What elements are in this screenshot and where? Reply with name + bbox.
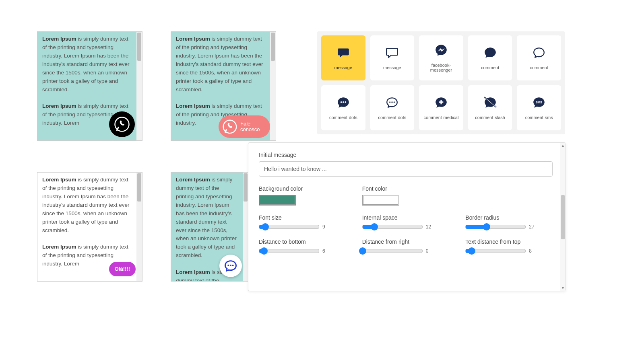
scrollbar[interactable]: ▲ ▼ <box>560 143 566 291</box>
preview-panel-3: Lorem Ipsum is simply dummy text of the … <box>37 172 142 282</box>
settings-panel: Initial message Background color Font co… <box>248 142 566 291</box>
message-outline-icon <box>385 46 399 60</box>
text-bold: Lorem Ipsum <box>42 244 76 250</box>
svg-point-3 <box>230 265 231 266</box>
text: is simply dummy text of the printing and… <box>42 177 129 233</box>
slider-value: 27 <box>529 224 536 230</box>
icon-option-comment-dots-outline[interactable]: comment-dots <box>370 85 415 130</box>
text-bold: Lorem Ipsum <box>42 36 76 42</box>
icon-option-facebook-messenger[interactable]: facebook-messenger <box>419 35 463 80</box>
icon-option-comment-solid[interactable]: comment <box>468 35 512 80</box>
svg-point-5 <box>341 101 342 103</box>
text: is simply dummy text of the printing and… <box>176 177 237 258</box>
chat-badge-whatsapp-dark[interactable] <box>109 111 135 137</box>
scrollbar-thumb[interactable] <box>137 173 141 202</box>
scrollbar-thumb[interactable] <box>244 173 248 202</box>
icon-option-comment-dots-solid[interactable]: comment-dots <box>321 85 365 130</box>
icon-label: comment-sms <box>525 115 553 120</box>
scrollbar-thumb[interactable] <box>561 195 565 239</box>
facebook-messenger-icon <box>434 43 448 57</box>
slider-5[interactable] <box>465 249 526 253</box>
slider-value: 8 <box>529 248 536 254</box>
chat-badge-comment-dots[interactable] <box>219 255 242 277</box>
scrollbar[interactable] <box>136 173 142 281</box>
slider-thumb[interactable] <box>359 247 366 255</box>
icon-option-message[interactable]: message <box>321 35 365 80</box>
icon-label: comment-medical <box>424 115 459 120</box>
slider-value: 12 <box>426 224 433 230</box>
comment-dots-icon <box>336 96 350 109</box>
slider-label: Distance from right <box>362 239 450 245</box>
slider-label: Internal space <box>362 214 450 221</box>
slider-2[interactable] <box>465 225 526 229</box>
icon-option-comment-outline[interactable]: comment <box>517 35 561 80</box>
svg-point-9 <box>392 101 393 103</box>
slider-3[interactable] <box>259 249 319 253</box>
bg-color-label: Background color <box>259 185 346 192</box>
slider-value: 0 <box>426 248 433 254</box>
scroll-up-icon[interactable]: ▲ <box>560 143 566 148</box>
svg-point-2 <box>227 265 229 266</box>
bg-color-picker[interactable] <box>259 195 296 206</box>
chat-badge-ola[interactable]: Olá!!!! <box>109 262 136 276</box>
svg-point-10 <box>394 101 395 103</box>
icon-option-comment-slash[interactable]: comment-slash <box>468 85 512 130</box>
scrollbar[interactable] <box>243 173 248 281</box>
comment-dots-icon <box>223 259 238 273</box>
slider-label: Font size <box>259 214 346 221</box>
svg-point-7 <box>345 101 346 103</box>
svg-point-4 <box>232 265 234 266</box>
slider-thumb[interactable] <box>468 247 475 255</box>
icon-option-comment-sms[interactable]: SMS comment-sms <box>517 85 561 130</box>
preview-panel-2: Lorem Ipsum is simply dummy text of the … <box>171 31 276 141</box>
icon-label: facebook-messenger <box>421 63 462 72</box>
whatsapp-icon <box>222 119 238 135</box>
icon-label: comment <box>530 65 548 70</box>
font-color-picker[interactable] <box>362 195 399 206</box>
comment-sms-icon: SMS <box>532 96 546 109</box>
text-bold: Lorem Ipsum <box>42 177 76 183</box>
scrollbar-thumb[interactable] <box>137 33 141 61</box>
scroll-down-icon[interactable]: ▼ <box>560 285 566 291</box>
slider-thumb[interactable] <box>483 223 490 230</box>
comment-icon <box>483 46 497 60</box>
comment-slash-icon <box>483 96 497 109</box>
icon-label: comment-slash <box>475 115 505 120</box>
slider-value: 6 <box>322 248 330 254</box>
svg-point-8 <box>389 101 390 103</box>
slider-thumb[interactable] <box>260 247 268 255</box>
slider-label: Distance to bottom <box>259 239 346 245</box>
initial-message-label: Initial message <box>259 152 555 158</box>
slider-label: Text distance from top <box>465 239 553 245</box>
slider-thumb[interactable] <box>262 223 269 230</box>
slider-4[interactable] <box>362 249 423 253</box>
scrollbar-thumb[interactable] <box>271 33 275 61</box>
chat-badge-fale-conosco[interactable]: Fale conosco <box>219 115 270 138</box>
whatsapp-icon <box>114 116 130 132</box>
slider-1[interactable] <box>362 225 423 229</box>
icon-label: comment <box>481 65 499 70</box>
icon-option-comment-medical[interactable]: comment-medical <box>419 85 463 130</box>
preview-panel-1: Lorem Ipsum is simply dummy text of the … <box>37 31 142 141</box>
scrollbar[interactable] <box>136 32 142 140</box>
font-color-label: Font color <box>362 185 450 192</box>
icon-option-message-outline[interactable]: message <box>370 35 415 80</box>
icon-label: comment-dots <box>378 115 407 120</box>
svg-text:SMS: SMS <box>536 101 542 104</box>
svg-point-6 <box>343 101 344 103</box>
text-bold: Lorem Ipsum <box>176 36 210 42</box>
text-bold: Lorem Ipsum <box>176 177 210 183</box>
icon-picker-grid: message message facebook-messenger comme… <box>317 31 565 134</box>
chat-badge-label: Fale conosco <box>240 121 264 133</box>
text-bold: Lorem Ipsum <box>176 103 210 109</box>
message-icon <box>336 46 350 60</box>
slider-label: Border radius <box>465 214 553 221</box>
initial-message-input[interactable] <box>259 161 553 177</box>
chat-badge-label: Olá!!!! <box>115 266 130 272</box>
slider-thumb[interactable] <box>371 223 378 230</box>
slider-0[interactable] <box>259 225 319 229</box>
comment-medical-icon <box>434 96 448 109</box>
icon-label: message <box>383 65 401 70</box>
scrollbar[interactable] <box>270 32 276 140</box>
comment-dots-outline-icon <box>385 96 399 109</box>
